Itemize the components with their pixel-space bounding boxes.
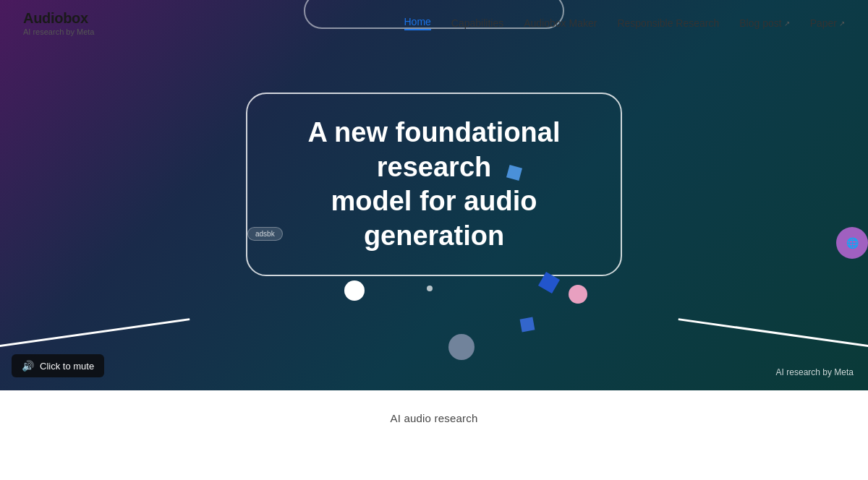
decorative-circle-half	[448, 334, 475, 360]
logo-title: Audiobox	[23, 10, 94, 27]
logo[interactable]: Audiobox AI research by Meta	[23, 10, 94, 36]
external-link-icon-2: ↗	[839, 20, 845, 27]
external-link-icon: ↗	[784, 20, 790, 27]
speaker-icon: 🔊	[22, 360, 34, 372]
nav-link-paper[interactable]: Paper ↗	[810, 17, 845, 29]
nav-links: Home Capabilities Audiobox Maker Respons…	[404, 16, 846, 30]
globe-badge: 🌐	[836, 227, 868, 259]
below-hero-text: AI audio research	[0, 412, 868, 424]
hero-section: A new foundational research model for au…	[0, 0, 868, 390]
globe-icon: 🌐	[846, 237, 859, 249]
mute-button-label: Click to mute	[40, 361, 94, 372]
watermark: AI research by Meta	[776, 367, 854, 377]
logo-subtitle: AI research by Meta	[23, 27, 94, 36]
hero-headline: A new foundational research model for au…	[284, 116, 584, 253]
floating-label-pill: adsbk	[247, 227, 283, 241]
divider-right	[678, 318, 868, 347]
nav-link-home[interactable]: Home	[404, 16, 431, 30]
navigation: Audiobox AI research by Meta Home Capabi…	[0, 0, 868, 46]
nav-link-capabilities[interactable]: Capabilities	[451, 17, 503, 29]
decorative-dot	[427, 286, 433, 291]
decorative-pink-circle	[569, 285, 587, 304]
below-hero-section: AI audio research	[0, 390, 868, 432]
nav-link-blog-post[interactable]: Blog post ↗	[739, 17, 789, 29]
divider-left	[0, 318, 190, 347]
mute-button[interactable]: 🔊 Click to mute	[12, 354, 104, 377]
nav-link-responsible-research[interactable]: Responsible Research	[617, 17, 719, 29]
nav-link-audiobox-maker[interactable]: Audiobox Maker	[524, 17, 597, 29]
decorative-shape-blue-3	[520, 317, 535, 333]
decorative-circle-white	[344, 280, 365, 301]
headline-box: A new foundational research model for au…	[246, 93, 622, 276]
